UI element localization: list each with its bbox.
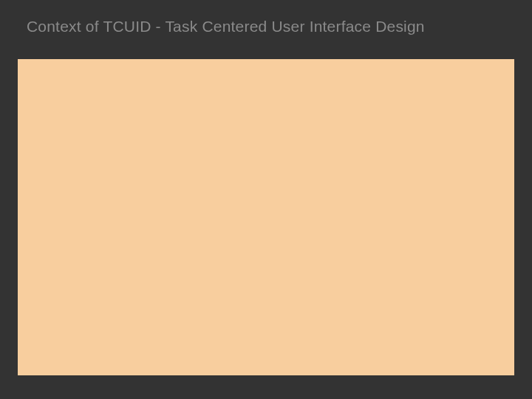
slide-title: Context of TCUID - Task Centered User In…: [27, 18, 505, 35]
slide-container: Context of TCUID - Task Centered User In…: [0, 0, 532, 399]
title-area: Context of TCUID - Task Centered User In…: [27, 18, 505, 35]
content-panel: [18, 59, 514, 375]
